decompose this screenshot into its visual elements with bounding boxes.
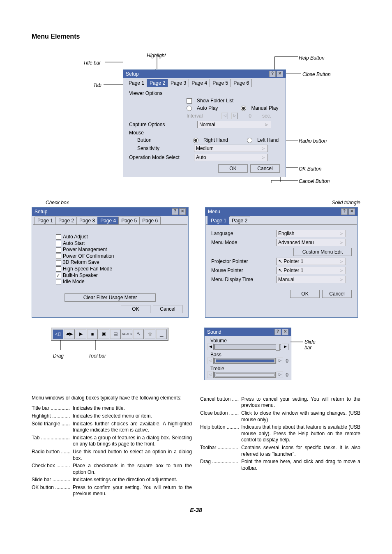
- clear-filter-button[interactable]: Clear Filter Usage Meter: [65, 293, 156, 302]
- checkbox-item[interactable]: [56, 266, 61, 272]
- menu-mode-select[interactable]: Advanced Menu ▷: [276, 239, 346, 246]
- chevron-right-icon: ▷: [338, 268, 344, 272]
- mouse-pointer-select[interactable]: ↖ Pointer 1 ▷: [276, 267, 346, 274]
- sensitivity-label: Sensitivity: [137, 145, 191, 151]
- language-select[interactable]: English ▷: [276, 230, 346, 237]
- titlebar[interactable]: Setup ? ✕: [123, 70, 286, 78]
- drag-handle[interactable]: ◁▯: [53, 329, 63, 339]
- tab-page5[interactable]: Page 5: [210, 79, 231, 87]
- section-title: Menu Elements: [32, 33, 360, 40]
- help-button[interactable]: ?: [172, 208, 178, 215]
- checkbox-item[interactable]: [56, 260, 61, 265]
- ok-button[interactable]: OK: [290, 290, 320, 298]
- slider-left-icon[interactable]: ◁: [207, 372, 214, 378]
- cursor-icon[interactable]: ↖: [133, 329, 144, 339]
- tab-page4[interactable]: Page 4: [97, 217, 119, 224]
- slider-left-icon[interactable]: ◁: [207, 358, 214, 364]
- interval-dec[interactable]: ◁: [221, 113, 228, 119]
- manual-play-radio[interactable]: [241, 106, 246, 111]
- auto-play-radio[interactable]: [187, 106, 192, 111]
- capture-select[interactable]: Normal ▷: [197, 121, 271, 128]
- label-highlight: Highlight: [147, 53, 166, 58]
- tab-page1[interactable]: Page 1: [126, 79, 147, 87]
- left-hand-radio[interactable]: [247, 138, 252, 143]
- checkbox-item[interactable]: [56, 279, 61, 284]
- ok-button[interactable]: OK: [121, 305, 150, 313]
- close-button[interactable]: ✕: [179, 208, 186, 215]
- checkbox-label: Power Management: [63, 247, 107, 252]
- custom-menu-button[interactable]: Custom Menu Edit: [293, 248, 352, 256]
- bass-value: 0: [286, 358, 288, 364]
- label-ok-button: OK Button: [299, 166, 321, 172]
- def-desc: Indicates the selected menu or item.: [73, 413, 192, 420]
- trash-icon[interactable]: 🗑: [145, 329, 155, 339]
- close-button[interactable]: ✕: [282, 329, 288, 335]
- sensitivity-select[interactable]: Medium ▷: [194, 145, 268, 152]
- list-icon[interactable]: ▤: [110, 329, 121, 339]
- def-desc: Press to confirm your setting. You will …: [73, 485, 192, 497]
- volume-slider[interactable]: ◀ ▶: [207, 344, 288, 350]
- proj-pointer-select[interactable]: ↖ Pointer 1 ▷: [276, 258, 346, 265]
- slider-right-icon[interactable]: ▶: [282, 344, 288, 350]
- cancel-button[interactable]: Cancel: [322, 290, 352, 298]
- treble-slider[interactable]: ◁ ▷ 0: [207, 372, 288, 378]
- ok-button[interactable]: OK: [218, 164, 248, 173]
- close-button[interactable]: ✕: [348, 208, 355, 215]
- checkbox-item[interactable]: [56, 234, 61, 240]
- cancel-button[interactable]: Cancel: [153, 305, 182, 313]
- slider-right-icon[interactable]: ▷: [277, 358, 283, 364]
- checkbox-label: Auto Start: [63, 240, 85, 246]
- label-drag: Drag: [53, 353, 64, 359]
- slot-icon[interactable]: SLOT 1: [122, 329, 132, 339]
- checkbox-label: Auto Adjust: [63, 234, 88, 240]
- operation-mode-label: Operation Mode Select: [129, 155, 191, 160]
- treble-value: 0: [286, 372, 288, 378]
- window-icon[interactable]: ▣: [99, 329, 109, 339]
- checkbox-item[interactable]: [56, 273, 61, 278]
- checkbox-item[interactable]: [56, 247, 61, 253]
- cancel-button[interactable]: Cancel: [250, 164, 280, 173]
- menu-dialog: Menu ? ✕ Page 1 Page 2 Language English …: [205, 207, 358, 318]
- tab-page6[interactable]: Page 6: [231, 79, 252, 87]
- checkbox-item[interactable]: [56, 254, 61, 259]
- tab-page2[interactable]: Page 2: [55, 217, 77, 224]
- def-term: Tab .....................: [32, 435, 73, 448]
- play-reverse-icon[interactable]: ▰▶: [64, 329, 75, 339]
- titlebar[interactable]: Setup ? ✕: [32, 208, 188, 216]
- tab-page2[interactable]: Page 2: [229, 217, 250, 224]
- tab-page4[interactable]: Page 4: [189, 79, 210, 87]
- help-button[interactable]: ?: [269, 71, 276, 77]
- launcher-toolbar[interactable]: ◁▯ ▰▶ ▶ ■ ▣ ▤ SLOT 1 ↖ 🗑 ▁: [51, 328, 168, 341]
- operation-mode-select[interactable]: Auto ▷: [194, 154, 268, 161]
- right-hand-radio[interactable]: [193, 138, 198, 143]
- tab-page3[interactable]: Page 3: [168, 79, 189, 87]
- titlebar[interactable]: Sound ? ✕: [205, 328, 291, 336]
- help-button[interactable]: ?: [341, 208, 348, 215]
- tab-page1[interactable]: Page 1: [208, 217, 229, 224]
- tab-page2[interactable]: Page 2: [147, 79, 168, 87]
- play-icon[interactable]: ▶: [76, 329, 86, 339]
- interval-inc[interactable]: ▷: [231, 113, 238, 119]
- label-toolbar: Tool bar: [88, 353, 106, 359]
- help-button[interactable]: ?: [274, 329, 281, 335]
- tabbar: Page 1 Page 2 Page 3 Page 4 Page 5 Page …: [32, 216, 188, 224]
- minimize-icon[interactable]: ▁: [156, 329, 167, 339]
- tab-page1[interactable]: Page 1: [35, 217, 56, 224]
- menu-display-select[interactable]: Manual ▷: [276, 276, 346, 283]
- titlebar[interactable]: Menu ? ✕: [205, 208, 357, 216]
- interval-value: 0: [249, 113, 251, 119]
- left-hand-label: Left Hand: [257, 137, 279, 143]
- bass-slider[interactable]: ◁ ▷ 0: [207, 358, 288, 364]
- tab-page3[interactable]: Page 3: [76, 217, 98, 224]
- def-term: Toolbar ...............: [200, 445, 241, 457]
- stop-icon[interactable]: ■: [87, 329, 98, 339]
- show-folder-checkbox[interactable]: [187, 98, 192, 104]
- tab-page6[interactable]: Page 6: [139, 217, 161, 224]
- close-button[interactable]: ✕: [277, 71, 283, 77]
- checkbox-item[interactable]: [56, 241, 61, 246]
- slider-right-icon[interactable]: ▷: [277, 372, 283, 378]
- slider-left-icon[interactable]: ◀: [207, 344, 214, 350]
- tab-page5[interactable]: Page 5: [118, 217, 140, 224]
- def-desc: Place a checkmark in the square box to t…: [73, 463, 192, 476]
- def-term: Drag ...................: [200, 459, 241, 471]
